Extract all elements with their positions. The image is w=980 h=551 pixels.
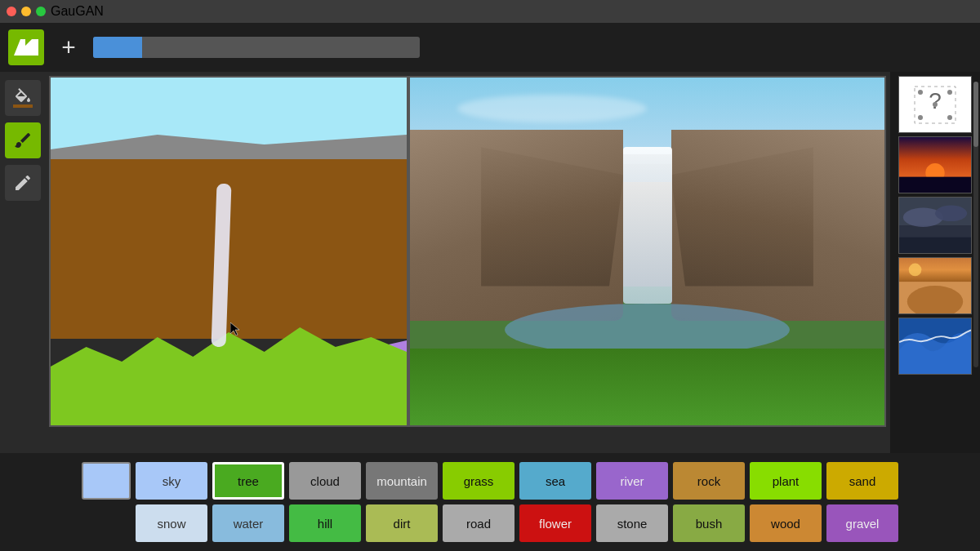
svg-text:?: ? (929, 88, 942, 113)
pencil-tool-button[interactable] (5, 165, 41, 201)
add-button[interactable]: + (52, 31, 85, 64)
progress-bar (93, 37, 420, 58)
wave-thumbnail[interactable] (898, 318, 972, 375)
color-chip-stone[interactable]: stone (596, 504, 668, 542)
desert-thumbnail[interactable] (898, 257, 972, 314)
svg-point-15 (935, 206, 967, 222)
color-chip-tree[interactable]: tree (212, 462, 284, 500)
main-area: ? (0, 72, 980, 453)
canvas-section (45, 72, 890, 453)
wf-grass-bottom (410, 349, 884, 425)
color-chip-mountain[interactable]: mountain (366, 462, 438, 500)
nvidia-logo (8, 29, 44, 65)
svg-point-20 (909, 264, 922, 277)
color-chip-snow[interactable]: snow (136, 504, 207, 542)
color-chip-water[interactable]: water (212, 504, 284, 542)
color-chip-sea[interactable]: sea (519, 462, 591, 500)
titlebar: GauGAN (0, 0, 980, 23)
color-chip-rock[interactable]: rock (673, 462, 745, 500)
waterfall-background (410, 78, 884, 425)
palette-row-1: sky tree cloud mountain grass sea river … (82, 462, 898, 500)
scrollbar-thumb[interactable] (973, 82, 978, 147)
wf-pool (505, 304, 790, 356)
toolbar: + (0, 23, 980, 72)
color-chip-plant[interactable]: plant (750, 462, 822, 500)
selected-color-chip (82, 462, 131, 500)
svg-point-5 (947, 90, 952, 95)
drawing-canvas[interactable] (49, 76, 408, 427)
sunset-thumbnail[interactable] (898, 136, 972, 193)
maximize-button[interactable] (36, 7, 46, 16)
color-chip-grass[interactable]: grass (443, 462, 514, 500)
color-chip-wood[interactable]: wood (750, 504, 822, 542)
color-chip-flower[interactable]: flower (519, 504, 591, 542)
progress-bar-fill (93, 37, 142, 58)
color-chip-gravel[interactable]: gravel (826, 504, 898, 542)
color-chip-bush[interactable]: bush (673, 504, 745, 542)
color-chip-river[interactable]: river (596, 462, 668, 500)
wf-falls (623, 147, 672, 304)
svg-point-8 (933, 102, 938, 107)
color-chip-dirt[interactable]: dirt (366, 504, 438, 542)
fill-tool-button[interactable] (5, 80, 41, 116)
clouds-thumbnail[interactable] (898, 197, 972, 254)
svg-marker-0 (14, 39, 38, 56)
svg-point-7 (947, 115, 952, 120)
svg-point-6 (918, 115, 923, 120)
palette-row-2: snow water hill dirt road flower stone b… (82, 504, 898, 542)
canvas-cursor (230, 322, 238, 334)
svg-rect-11 (899, 177, 971, 193)
svg-point-4 (918, 90, 923, 95)
color-chip-hill[interactable]: hill (289, 504, 361, 542)
close-button[interactable] (7, 7, 16, 16)
color-chip-sand[interactable]: sand (826, 462, 898, 500)
svg-rect-16 (899, 238, 971, 254)
scrollbar-track (973, 82, 978, 367)
minimize-button[interactable] (21, 7, 31, 16)
output-canvas (408, 76, 886, 427)
app-title: GauGAN (51, 4, 104, 19)
thumbnails-panel: ? (890, 72, 980, 453)
color-chip-sky[interactable]: sky (136, 462, 207, 500)
color-chip-cloud[interactable]: cloud (289, 462, 361, 500)
random-thumbnail[interactable]: ? (898, 76, 972, 133)
tools-sidebar (0, 72, 45, 453)
canvas-grass-layer (51, 327, 407, 425)
color-chip-road[interactable]: road (443, 504, 514, 542)
palette-area: sky tree cloud mountain grass sea river … (0, 453, 980, 551)
palette-spacer (82, 504, 131, 542)
brush-tool-button[interactable] (5, 122, 41, 158)
